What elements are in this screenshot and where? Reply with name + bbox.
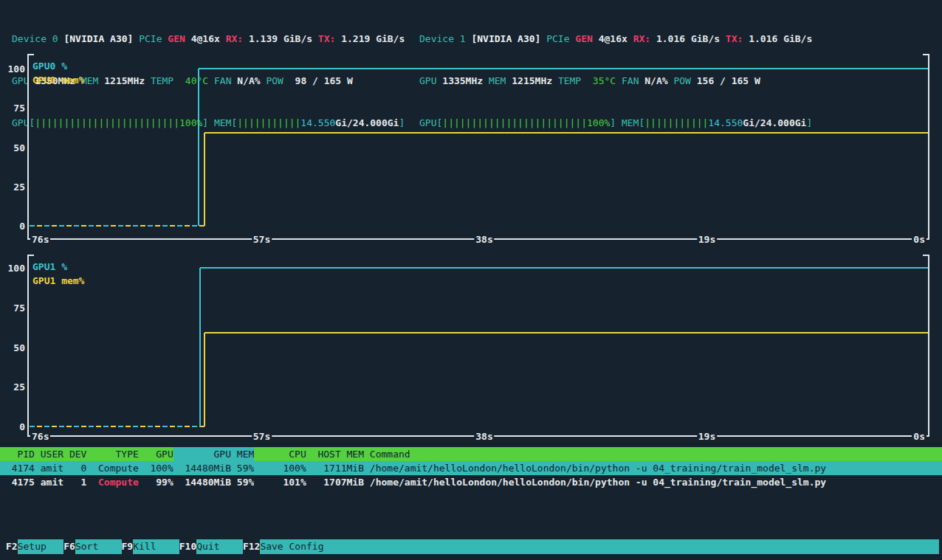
y-axis-label: 50 [0,141,25,155]
col-dev: DEV [63,447,86,461]
terminal-text-segment: TX: [318,33,341,44]
cell-gpu: 100% [139,461,173,475]
chart-corner-tick [923,54,928,55]
col-user: USER [35,447,63,461]
gpu0-history-chart: GPU0 %GPU0 mem%100755025076s57s38s19s0s [27,54,929,240]
chart-legend: GPU0 %GPU0 mem% [32,59,84,87]
terminal-text-segment: PCIe [546,33,575,44]
process-table: PIDUSERDEVTYPEGPUGPU MEMCPUHOST MEMComma… [0,447,942,489]
process-row-pid-4175[interactable]: 4175amit1Compute99%14480MiB59%101%1707Mi… [0,475,942,489]
cell-gpu-mem: 14480MiB [173,461,231,475]
fkey-kill-button[interactable]: F9Kill [122,539,179,554]
terminal-text-segment: RX: [633,33,656,44]
terminal-text-segment: Device 1 [419,33,471,44]
device-1-info-line: Device 1 [NVIDIA A30] PCIe GEN 4@16x RX:… [419,32,812,46]
cell-host-mem: 1707MiB [306,475,364,489]
fkey-key: F2 [6,539,18,554]
fkey-label: Sort [75,539,122,554]
chart-line-horizontal [204,332,928,333]
terminal-text-segment: GEN [575,33,598,44]
x-axis-tick: 19s [697,232,717,246]
legend-entry: GPU0 mem% [32,73,84,87]
chart-line-vertical [198,69,199,226]
terminal-text-segment: 1.016 GiB/s [656,33,726,44]
terminal-text-segment: [NVIDIA A30] [471,33,546,44]
terminal-text-segment: [NVIDIA A30] [63,33,139,44]
terminal-text-segment: TX: [726,33,749,44]
fkey-label: Save Config [260,539,939,554]
terminal-text-segment: GEN [168,33,190,44]
chart-line-vertical [204,333,205,426]
gpu1-history-chart: GPU1 %GPU1 mem%100755025076s57s38s19s0s [27,255,929,437]
cell-command: /home/amit/helloLondon/helloLondon/bin/p… [364,475,942,489]
nvtop-terminal: Device 0 [NVIDIA A30] PCIe GEN 4@16x RX:… [0,0,942,560]
fkey-setup-button[interactable]: F2Setup [6,539,63,554]
chart-line-horizontal [204,132,928,134]
cell-type: Compute [86,475,138,489]
idle-baseline-dashed [30,225,204,227]
function-key-bar: F2SetupF6SortF9KillF10QuitF12Save Config [6,539,939,554]
x-axis-tick: 57s [252,429,272,443]
fkey-quit-button[interactable]: F10Quit [179,539,243,554]
col-gpu-mem-sorted[interactable]: GPU MEM [173,447,255,461]
fkey-label: Setup [18,539,64,554]
terminal-text-segment: PCIe [139,33,168,44]
cell-pid: 4175 [0,475,35,489]
fkey-save-config-button[interactable]: F12Save Config [243,539,939,554]
cell-mem-pct: 59% [231,461,254,475]
y-axis-label: 100 [0,261,25,275]
y-axis-label: 25 [0,380,25,394]
chart-line-horizontal [200,267,928,269]
cell-dev: 1 [63,475,86,489]
legend-entry: GPU1 % [32,260,84,274]
chart-corner-tick [923,255,928,256]
y-axis-label: 0 [0,219,25,233]
terminal-text-segment: 1.139 GiB/s [249,33,318,44]
legend-entry: GPU0 % [32,59,84,73]
cell-cpu: 101% [254,475,306,489]
device-0-info-line: Device 0 [NVIDIA A30] PCIe GEN 4@16x RX:… [12,32,405,46]
terminal-text-segment: Device 0 [12,33,63,44]
col-cpu: CPU [254,447,306,461]
x-axis-tick: 76s [30,429,50,443]
cell-gpu-mem: 14480MiB [173,475,231,489]
x-axis-tick: 38s [474,429,494,443]
terminal-text-segment: 1.016 GiB/s [749,33,812,44]
x-axis-tick: 38s [474,232,494,246]
y-axis-label: 50 [0,341,25,355]
cell-command: /home/amit/helloLondon/helloLondon/bin/p… [364,461,942,475]
cell-mem-pct: 59% [231,475,254,489]
terminal-text-segment: 4@16x [599,33,633,44]
col-host-mem: HOST MEM [306,447,364,461]
y-axis-label: 75 [0,101,25,115]
x-axis-tick: 76s [30,232,50,246]
cell-pid: 4174 [0,461,35,475]
fkey-label: Kill [133,539,179,554]
chart-corner-tick [29,255,34,256]
col-type: TYPE [86,447,138,461]
fkey-key: F6 [63,539,75,554]
terminal-text-segment: RX: [226,33,249,44]
x-axis-tick: 57s [252,232,272,246]
y-axis-label: 0 [0,420,25,434]
cell-gpu: 99% [139,475,173,489]
fkey-label: Quit [196,539,243,554]
x-axis-tick: 0s [912,429,926,443]
cell-host-mem: 1711MiB [306,461,364,475]
cell-user: amit [35,475,63,489]
idle-baseline-dashed [30,426,204,427]
y-axis-label: 25 [0,180,25,194]
chart-line-horizontal [199,68,928,69]
terminal-text-segment: 4@16x [191,33,226,44]
fkey-key: F12 [243,539,260,554]
chart-line-vertical [204,133,205,226]
x-axis-tick: 19s [697,429,717,443]
col-command: Command [364,447,942,461]
process-row-pid-4174[interactable]: 4174amit0Compute100%14480MiB59%100%1711M… [0,461,942,475]
process-table-header: PIDUSERDEVTYPEGPUGPU MEMCPUHOST MEMComma… [0,447,942,461]
fkey-sort-button[interactable]: F6Sort [63,539,121,554]
fkey-key: F10 [179,539,196,554]
fkey-key: F9 [122,539,134,554]
y-axis-label: 75 [0,301,25,315]
chart-corner-tick [29,54,34,55]
